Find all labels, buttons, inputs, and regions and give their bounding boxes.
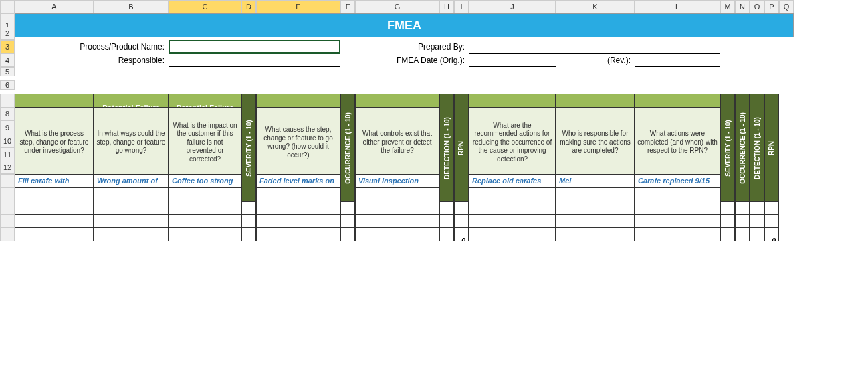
fmea-date-input[interactable]: [469, 54, 556, 67]
desc-failure-effects: What is the impact on the customer if th…: [169, 107, 241, 178]
th-severity: SEVERITY (1 - 10): [241, 94, 256, 202]
col-header-K[interactable]: K: [556, 0, 635, 13]
col-header-J[interactable]: J: [469, 0, 556, 13]
col-header-D[interactable]: D: [241, 0, 256, 13]
desc-process-step: What is the process step, change or feat…: [15, 107, 94, 178]
select-all-corner[interactable]: [0, 0, 15, 13]
th-rpn2: RPN: [764, 94, 779, 202]
row-header-8[interactable]: 8: [0, 107, 15, 120]
th-detection: DETECTION (1 - 10): [439, 94, 454, 202]
row-header-4[interactable]: 4: [0, 54, 15, 67]
desc-controls: What controls exist that either prevent …: [355, 107, 439, 178]
prepared-by-label: Prepared By:: [340, 40, 469, 54]
col-header-B[interactable]: B: [94, 0, 169, 13]
fmea-date-label: FMEA Date (Orig.):: [340, 54, 469, 67]
col-header-I[interactable]: I: [454, 0, 469, 13]
desc-actions-taken: What actions were completed (and when) w…: [635, 107, 720, 178]
rev-input[interactable]: [635, 54, 720, 67]
desc-causes: What causes the step, change or feature …: [256, 107, 340, 178]
responsible-label: Responsible:: [15, 54, 169, 67]
th-rpn: RPN: [454, 94, 469, 202]
spreadsheet-grid[interactable]: A B C D E F G H I J K L M N O P Q 1 FMEA…: [0, 0, 868, 241]
desc-failure-mode: In what ways could the step, change or f…: [94, 107, 169, 178]
col-header-F[interactable]: F: [340, 0, 355, 13]
row-header-9[interactable]: 9: [0, 120, 15, 135]
col-header-M[interactable]: M: [720, 0, 735, 13]
row-header-3[interactable]: 3: [0, 40, 15, 54]
row-header-17[interactable]: 17: [0, 227, 15, 241]
desc-action: What are the recommended actions for red…: [469, 107, 556, 178]
col-header-A[interactable]: A: [15, 0, 94, 13]
col-header-H[interactable]: H: [439, 0, 454, 13]
th-detection2: DETECTION (1 - 10): [750, 94, 764, 202]
process-product-label: Process/Product Name:: [15, 40, 169, 54]
row-header-11[interactable]: 11: [0, 147, 15, 162]
responsible-input[interactable]: [169, 54, 340, 67]
col-header-P[interactable]: P: [764, 0, 779, 13]
rev-label: (Rev.):: [556, 54, 635, 67]
col-header-L[interactable]: L: [635, 0, 720, 13]
th-severity2: SEVERITY (1 - 10): [720, 94, 735, 202]
col-header-C[interactable]: C: [169, 0, 241, 13]
col-header-N[interactable]: N: [735, 0, 750, 13]
row-header-10[interactable]: 10: [0, 134, 15, 149]
col-header-E[interactable]: E: [256, 0, 340, 13]
row-header-6[interactable]: 6: [0, 80, 15, 90]
row-header-5[interactable]: 5: [0, 67, 15, 76]
col-header-O[interactable]: O: [750, 0, 764, 13]
row-header-12[interactable]: 12: [0, 161, 15, 174]
rpn-17[interactable]: 0: [454, 227, 469, 241]
row-header-2[interactable]: 2: [0, 27, 15, 40]
rpn2-17[interactable]: 0: [764, 227, 779, 241]
prepared-by-input[interactable]: [469, 40, 720, 54]
process-product-input[interactable]: [169, 40, 340, 54]
col-header-G[interactable]: G: [355, 0, 439, 13]
th-occurrence: OCCURRENCE (1 - 10): [340, 94, 355, 202]
col-header-Q[interactable]: Q: [779, 0, 794, 13]
desc-resp: Who is responsible for making sure the a…: [556, 107, 635, 178]
th-occurrence2: OCCURRENCE (1 - 10): [735, 94, 750, 202]
